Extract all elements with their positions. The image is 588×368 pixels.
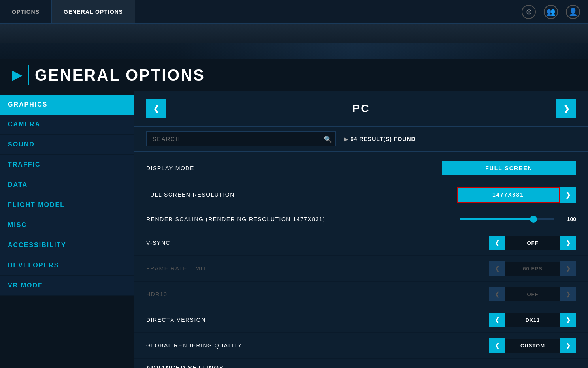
frame-rate-next-button: ❯ [560,261,576,276]
top-bar: OPTIONS GENERAL OPTIONS ⊙ 👥 👤 [0,0,588,24]
platform-prev-button[interactable]: ❮ [146,99,166,118]
render-scaling-slider-fill [460,218,533,220]
slider-control-render-scaling: 100 [442,216,576,222]
page-title-bar: ▶ GENERAL OPTIONS [0,59,588,91]
setting-label-directx: DIRECTX VERSION [146,317,481,323]
sidebar-item-flight-model[interactable]: FLIGHT MODEL [0,195,134,215]
directx-next-button[interactable]: ❯ [560,313,576,327]
right-panel: ❮ PC ❯ 🔍 ▶ 64 RESULT(S) FOUND DISPLAY MO… [134,91,588,368]
setting-row-frame-rate: FRAME RATE LIMIT ❮ 60 FPS ❯ [134,256,588,282]
directx-prev-button[interactable]: ❮ [489,313,505,327]
global-rendering-value: CUSTOM [505,339,560,353]
arrow-control-directx: ❮ DX11 ❯ [481,313,576,327]
platform-next-button[interactable]: ❯ [556,99,576,118]
setting-row-vsync: V-SYNC ❮ OFF ❯ [134,230,588,256]
sidebar-item-accessibility[interactable]: ACCESSIBILITY [0,235,134,255]
sidebar-item-developers[interactable]: DEVELOPERS [0,255,134,276]
directx-value: DX11 [505,313,560,327]
setting-row-global-rendering: GLOBAL RENDERING QUALITY ❮ CUSTOM ❯ [134,333,588,359]
settings-list: DISPLAY MODE FULL SCREEN FULL SCREEN RES… [134,152,588,368]
advanced-settings-header: ADVANCED SETTINGS [134,359,588,368]
setting-row-hdr10: HDR10 ❮ OFF ❯ [134,282,588,307]
resolution-arrow-button[interactable]: ❯ [560,187,576,203]
vsync-prev-button[interactable]: ❮ [489,236,505,250]
page-title-icon: ▶ [12,68,22,83]
setting-label-hdr10: HDR10 [146,291,481,297]
sidebar-item-graphics[interactable]: GRAPHICS [0,95,134,115]
setting-label-resolution: FULL SCREEN RESOLUTION [146,192,442,198]
arrow-control-global-rendering: ❮ CUSTOM ❯ [481,338,576,353]
page-title: GENERAL OPTIONS [35,66,205,84]
setting-label-vsync: V-SYNC [146,240,481,246]
search-input[interactable] [146,131,336,146]
setting-row-directx: DIRECTX VERSION ❮ DX11 ❯ [134,307,588,333]
frame-rate-prev-button: ❮ [489,261,505,276]
setting-label-render-scaling: RENDER SCALING (RENDERING RESOLUTION 147… [146,216,442,222]
platform-name: PC [174,102,548,115]
setting-control-resolution: 1477X831 ❯ [442,187,576,203]
search-icon: 🔍 [324,135,332,143]
render-scaling-slider-thumb[interactable] [530,216,537,223]
setting-label-frame-rate: FRAME RATE LIMIT [146,265,481,272]
frame-rate-value: 60 FPS [505,262,560,276]
setting-label-display-mode: DISPLAY MODE [146,165,442,171]
tab-options[interactable]: OPTIONS [0,0,52,23]
resolution-control: 1477X831 ❯ [457,187,576,203]
setting-label-global-rendering: GLOBAL RENDERING QUALITY [146,342,481,349]
vsync-next-button[interactable]: ❯ [560,236,576,250]
arrow-control-hdr10: ❮ OFF ❯ [481,287,576,301]
sidebar-item-misc[interactable]: MISC [0,215,134,235]
page-title-divider [28,65,29,85]
sidebar-item-data[interactable]: DATA [0,175,134,195]
setting-row-resolution: FULL SCREEN RESOLUTION 1477X831 ❯ [134,181,588,208]
user-icon[interactable]: 👤 [566,5,580,19]
hero-area [0,24,588,59]
hdr10-value: OFF [505,287,560,301]
render-scaling-slider-track[interactable] [460,218,554,220]
arrow-control-frame-rate: ❮ 60 FPS ❯ [481,261,576,276]
arrow-control-vsync: ❮ OFF ❯ [481,236,576,250]
sidebar-item-traffic[interactable]: TRAFFIC [0,155,134,175]
render-scaling-value: 100 [560,216,576,222]
hdr10-next-button: ❯ [560,287,576,301]
results-found: ▶ 64 RESULT(S) FOUND [344,136,416,142]
global-rendering-prev-button[interactable]: ❮ [489,338,505,353]
resolution-value[interactable]: 1477X831 [457,187,560,203]
display-mode-value[interactable]: FULL SCREEN [442,161,576,175]
platform-selector: ❮ PC ❯ [134,91,588,127]
setting-row-render-scaling: RENDER SCALING (RENDERING RESOLUTION 147… [134,208,588,230]
tab-general-options[interactable]: GENERAL OPTIONS [52,0,135,23]
group-icon[interactable]: 👥 [544,5,558,19]
setting-row-display-mode: DISPLAY MODE FULL SCREEN [134,156,588,181]
hdr10-prev-button: ❮ [489,287,505,301]
sidebar-item-camera[interactable]: CAMERA [0,115,134,135]
top-bar-icons: ⊙ 👥 👤 [522,0,580,23]
vsync-value: OFF [505,236,560,250]
search-input-wrap: 🔍 [146,131,336,146]
setting-control-display-mode: FULL SCREEN [442,161,576,175]
sidebar-item-sound[interactable]: SOUND [0,135,134,155]
global-rendering-next-button[interactable]: ❯ [560,338,576,353]
main-content: GRAPHICS CAMERA SOUND TRAFFIC DATA FLIGH… [0,91,588,368]
target-icon[interactable]: ⊙ [522,5,536,19]
search-bar-row: 🔍 ▶ 64 RESULT(S) FOUND [134,127,588,152]
sidebar-item-vr-mode[interactable]: VR MODE [0,276,134,296]
sidebar: GRAPHICS CAMERA SOUND TRAFFIC DATA FLIGH… [0,91,134,368]
